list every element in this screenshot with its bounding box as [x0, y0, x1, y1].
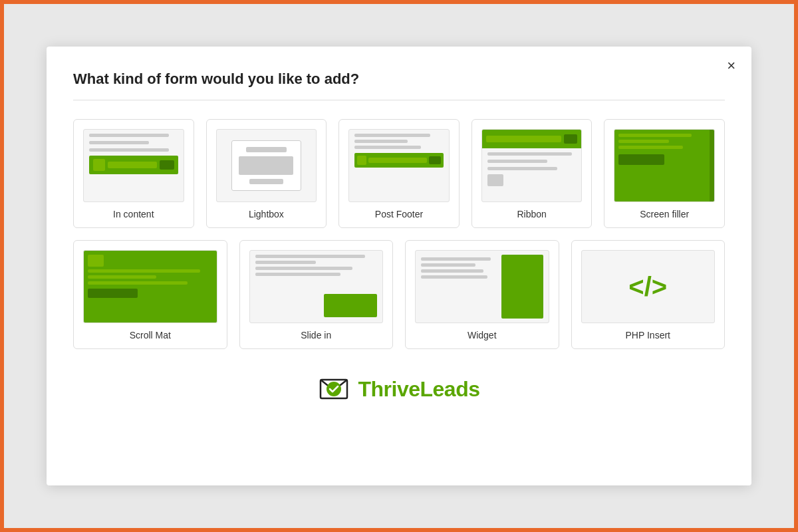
preview-scroll-mat: [83, 250, 217, 323]
card-label-lightbox: Lightbox: [249, 209, 284, 219]
card-label-screen-filler: Screen filler: [640, 209, 689, 219]
form-type-modal: × What kind of form would you like to ad…: [47, 47, 751, 485]
form-type-grid-row2: Scroll Mat Slide in: [73, 240, 725, 349]
preview-ribbon: [481, 129, 583, 202]
close-button[interactable]: ×: [727, 59, 735, 73]
card-label-widget: Widget: [467, 330, 497, 340]
branding: ThriveLeads: [73, 373, 725, 405]
preview-in-content: [83, 129, 184, 202]
card-label-php-insert: PHP Insert: [626, 330, 670, 340]
card-label-slide-in: Slide in: [301, 330, 331, 340]
preview-lightbox: [216, 129, 317, 202]
card-widget[interactable]: Widget: [405, 240, 559, 349]
card-in-content[interactable]: In content: [73, 119, 194, 228]
card-ribbon[interactable]: Ribbon: [471, 119, 593, 228]
card-scroll-mat[interactable]: Scroll Mat: [73, 240, 227, 349]
preview-post-footer: [348, 129, 450, 202]
divider: [73, 100, 725, 100]
preview-php: </>: [581, 250, 716, 323]
card-screen-filler[interactable]: Screen filler: [604, 119, 725, 228]
brand-name: ThriveLeads: [358, 377, 479, 402]
preview-slide-in: [249, 250, 384, 323]
svg-point-1: [327, 382, 341, 396]
card-php-insert[interactable]: </> PHP Insert: [571, 240, 726, 349]
preview-screen-filler: [614, 129, 715, 202]
card-post-footer[interactable]: Post Footer: [338, 119, 460, 228]
brand-leads: Leads: [420, 377, 480, 401]
card-slide-in[interactable]: Slide in: [239, 240, 394, 349]
form-type-grid-row1: In content Lightbox: [73, 119, 725, 228]
card-label-scroll-mat: Scroll Mat: [130, 330, 171, 340]
modal-title: What kind of form would you like to add?: [73, 70, 725, 88]
code-icon: </>: [628, 272, 667, 302]
card-lightbox[interactable]: Lightbox: [206, 119, 327, 228]
card-label-post-footer: Post Footer: [375, 209, 423, 219]
preview-widget: [415, 250, 549, 323]
brand-logo-icon: [318, 373, 350, 405]
card-label-in-content: In content: [113, 209, 154, 219]
brand-thrive: Thrive: [358, 377, 420, 401]
card-label-ribbon: Ribbon: [517, 209, 546, 219]
